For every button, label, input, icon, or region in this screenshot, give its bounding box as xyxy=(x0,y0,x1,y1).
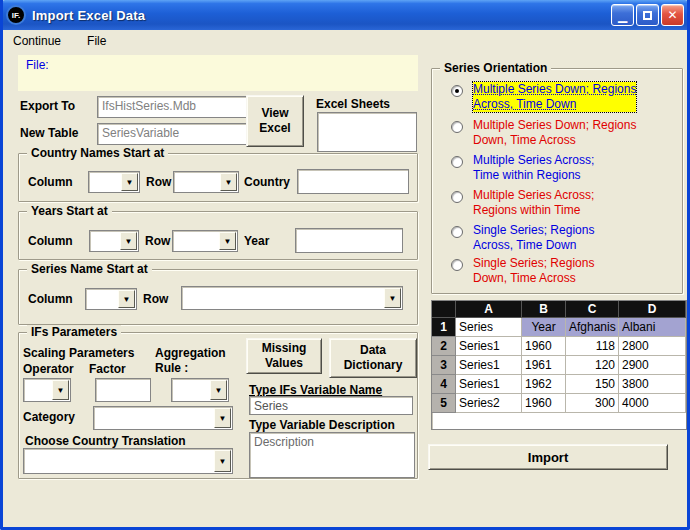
dropdown-arrow-icon: ▼ xyxy=(219,232,236,250)
excel-preview-grid[interactable]: A B C D 1 Series Year Afghanis Albani 2 … xyxy=(431,300,687,430)
export-to-field[interactable]: IfsHistSeries.Mdb xyxy=(97,96,260,118)
category-label: Category xyxy=(23,410,75,424)
series-name-group-title: Series Name Start at xyxy=(27,262,152,276)
country-translation-label: Choose Country Translation xyxy=(25,434,186,448)
grid-cell[interactable]: 1962 xyxy=(522,375,566,394)
dropdown-arrow-icon: ▼ xyxy=(121,173,138,191)
grid-cell[interactable]: 4000 xyxy=(619,394,686,413)
close-button[interactable]: ✕ xyxy=(661,4,684,26)
grid-row-header[interactable]: 3 xyxy=(432,356,456,375)
dropdown-arrow-icon: ▼ xyxy=(52,380,69,400)
aggregation-rule-dropdown[interactable]: ▼ xyxy=(171,378,229,402)
grid-cell[interactable]: 150 xyxy=(566,375,619,394)
dropdown-arrow-icon: ▼ xyxy=(210,380,227,400)
grid-cell[interactable]: Series xyxy=(456,318,522,337)
radio-button-icon xyxy=(451,156,463,168)
grid-row-1: 1 Series Year Afghanis Albani xyxy=(432,318,686,337)
menu-bar: Continue File xyxy=(3,30,687,52)
grid-cell[interactable]: 120 xyxy=(566,356,619,375)
data-dictionary-button[interactable]: Data Dictionary xyxy=(329,338,417,378)
import-excel-data-window: IF. Import Excel Data ▁ ✕ Continue File … xyxy=(0,0,690,530)
grid-row-header[interactable]: 5 xyxy=(432,394,456,413)
country-row-label: Row xyxy=(146,175,171,189)
variable-name-label: Type IFs Variable Name xyxy=(249,383,382,397)
country-names-group-title: Country Names Start at xyxy=(27,146,168,160)
radio-multiple-down-regions-across[interactable]: Multiple Series Down; Regions Across, Ti… xyxy=(451,82,673,112)
new-table-label: New Table xyxy=(20,126,78,140)
variable-description-field[interactable]: Description xyxy=(249,432,415,478)
series-row-dropdown[interactable]: ▼ xyxy=(181,286,403,310)
year-field[interactable] xyxy=(295,228,403,253)
country-translation-dropdown[interactable]: ▼ xyxy=(23,448,233,474)
grid-column-header[interactable]: A xyxy=(456,301,522,318)
grid-cell[interactable]: Afghanis xyxy=(566,318,619,337)
series-column-label: Column xyxy=(28,292,73,306)
title-bar[interactable]: IF. Import Excel Data ▁ ✕ xyxy=(0,0,690,30)
grid-cell[interactable]: 2900 xyxy=(619,356,686,375)
dropdown-arrow-icon: ▼ xyxy=(220,173,237,191)
grid-cell[interactable]: 118 xyxy=(566,337,619,356)
grid-row-5: 5 Series2 1960 300 4000 xyxy=(432,394,686,413)
radio-button-icon xyxy=(451,85,463,97)
grid-row-header[interactable]: 2 xyxy=(432,337,456,356)
minimize-button[interactable]: ▁ xyxy=(611,4,634,26)
grid-row-header[interactable]: 1 xyxy=(432,318,456,337)
import-button[interactable]: Import xyxy=(428,444,668,470)
grid-cell[interactable]: Series1 xyxy=(456,337,522,356)
grid-cell[interactable]: Series1 xyxy=(456,375,522,394)
variable-name-field[interactable]: Series xyxy=(249,396,413,415)
grid-corner-cell[interactable] xyxy=(432,301,456,318)
category-dropdown[interactable]: ▼ xyxy=(93,406,233,430)
radio-single-regions-down[interactable]: Single Series; Regions Down, Time Across xyxy=(451,256,673,286)
menu-file[interactable]: File xyxy=(85,32,108,50)
menu-continue[interactable]: Continue xyxy=(11,32,63,50)
operator-label: Operator xyxy=(23,362,74,376)
radio-single-regions-across[interactable]: Single Series; Regions Across, Time Down xyxy=(451,223,673,253)
maximize-button[interactable] xyxy=(636,4,659,26)
new-table-field[interactable]: SeriesVariable xyxy=(97,123,260,145)
grid-cell[interactable]: 1960 xyxy=(522,394,566,413)
window-title: Import Excel Data xyxy=(32,8,145,23)
excel-sheets-listbox[interactable] xyxy=(317,112,417,152)
grid-cell[interactable]: 3800 xyxy=(619,375,686,394)
country-column-dropdown[interactable]: ▼ xyxy=(88,171,140,193)
grid-cell[interactable]: Year xyxy=(522,318,566,337)
series-orientation-group-title: Series Orientation xyxy=(440,61,551,75)
grid-cell[interactable]: 2800 xyxy=(619,337,686,356)
grid-cell[interactable]: Series1 xyxy=(456,356,522,375)
years-column-dropdown[interactable]: ▼ xyxy=(89,230,139,252)
grid-cell[interactable]: Albani xyxy=(619,318,686,337)
radio-button-icon xyxy=(451,191,463,203)
missing-values-button[interactable]: Missing Values xyxy=(246,338,322,374)
years-row-label: Row xyxy=(145,234,170,248)
dropdown-arrow-icon: ▼ xyxy=(118,290,135,308)
ifs-parameters-group-title: IFs Parameters xyxy=(27,325,121,339)
export-to-label: Export To xyxy=(20,99,75,113)
radio-multiple-across-regions-within[interactable]: Multiple Series Across; Regions within T… xyxy=(451,188,673,218)
dropdown-arrow-icon: ▼ xyxy=(120,232,137,250)
factor-label: Factor xyxy=(89,362,126,376)
year-label: Year xyxy=(244,234,269,248)
grid-column-header[interactable]: B xyxy=(522,301,566,318)
view-excel-button[interactable]: View Excel xyxy=(246,95,304,147)
radio-multiple-down-regions-down[interactable]: Multiple Series Down; Regions Down, Time… xyxy=(451,118,673,148)
grid-column-header[interactable]: C xyxy=(566,301,619,318)
grid-cell[interactable]: 1961 xyxy=(522,356,566,375)
grid-cell[interactable]: 300 xyxy=(566,394,619,413)
grid-column-header[interactable]: D xyxy=(619,301,686,318)
aggregation-rule-label: Aggregation Rule : xyxy=(155,346,247,376)
radio-multiple-across-time-within[interactable]: Multiple Series Across; Time within Regi… xyxy=(451,153,673,183)
years-row-dropdown[interactable]: ▼ xyxy=(172,230,238,252)
factor-field[interactable] xyxy=(95,378,151,402)
excel-sheets-label: Excel Sheets xyxy=(316,97,390,111)
grid-cell[interactable]: 1960 xyxy=(522,337,566,356)
grid-row-header[interactable]: 4 xyxy=(432,375,456,394)
dropdown-arrow-icon: ▼ xyxy=(214,450,231,472)
dropdown-arrow-icon: ▼ xyxy=(214,408,231,428)
grid-cell[interactable]: Series2 xyxy=(456,394,522,413)
country-field[interactable] xyxy=(297,169,409,194)
years-group-title: Years Start at xyxy=(27,204,112,218)
series-column-dropdown[interactable]: ▼ xyxy=(85,288,137,310)
operator-dropdown[interactable]: ▼ xyxy=(23,378,71,402)
country-row-dropdown[interactable]: ▼ xyxy=(173,171,239,193)
